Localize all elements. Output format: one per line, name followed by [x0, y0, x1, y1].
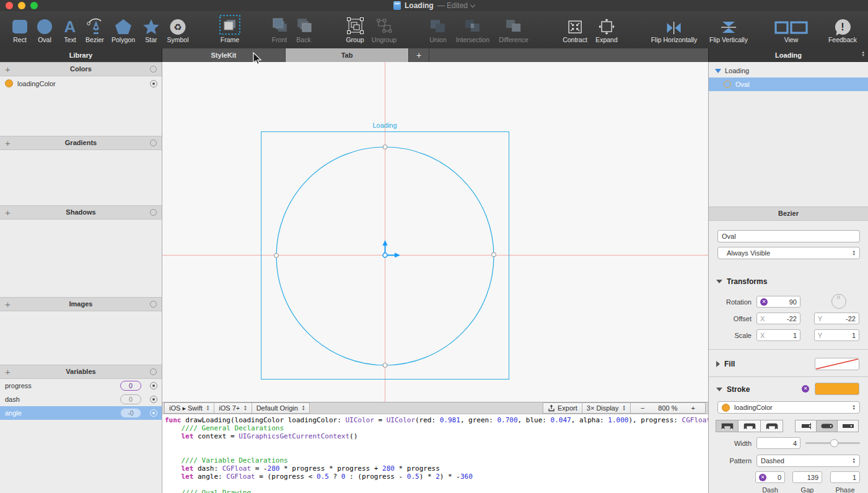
- join-miter-button[interactable]: [716, 420, 739, 432]
- variable-value-input[interactable]: 0: [120, 394, 141, 404]
- join-round-button[interactable]: [738, 420, 761, 432]
- toolbar-rect-button[interactable]: Rect: [11, 14, 28, 43]
- target-icon[interactable]: [150, 396, 157, 403]
- display-scale-select[interactable]: 3× Display: [582, 402, 631, 414]
- toolbar-polygon-button[interactable]: Polygon: [112, 14, 135, 43]
- offset-x-input[interactable]: X -22: [756, 313, 800, 324]
- stroke-width-input[interactable]: 4: [756, 437, 800, 449]
- stroke-color-well[interactable]: [815, 383, 859, 395]
- slider-knob[interactable]: [830, 439, 838, 447]
- x-prefix: X: [760, 315, 765, 322]
- toolbar-feedback-button[interactable]: !Feedback: [828, 14, 857, 43]
- zoom-in-button[interactable]: +: [686, 404, 701, 412]
- expression-badge-icon: ✕: [802, 385, 809, 393]
- round-join-icon: [742, 422, 758, 430]
- polygon-icon: [112, 14, 135, 35]
- bezier-section-header: Bezier: [709, 207, 868, 221]
- section-title: Shadows: [0, 208, 162, 216]
- target-icon[interactable]: [150, 382, 157, 389]
- origin-label: Default Origin: [256, 404, 298, 412]
- phase-label: Phase: [830, 486, 860, 493]
- gap-input[interactable]: 139: [792, 471, 822, 483]
- dash-label: Dash: [755, 486, 785, 493]
- toolbar-label: Symbol: [167, 36, 188, 43]
- variable-value-input[interactable]: -0: [120, 408, 141, 418]
- section-target-icon[interactable]: [150, 368, 157, 375]
- platform-select[interactable]: iOS 7+: [214, 402, 252, 414]
- toolbar-expand-button[interactable]: Expand: [595, 14, 618, 43]
- toolbar-frame-button[interactable]: Frame: [219, 14, 240, 43]
- tab-stylekit[interactable]: StyleKit: [162, 48, 286, 62]
- shape-name-input[interactable]: Oval: [717, 230, 860, 242]
- sort-stepper-icon[interactable]: [862, 51, 865, 57]
- toolbar-symbol-button[interactable]: ♻Symbol: [167, 14, 188, 43]
- offset-y-input[interactable]: Y -22: [814, 313, 859, 324]
- disclosure-triangle-icon[interactable]: [715, 69, 721, 73]
- toolbar-text-button[interactable]: AText: [64, 14, 76, 43]
- target-icon[interactable]: [150, 80, 157, 87]
- fill-title: Fill: [724, 360, 735, 368]
- variable-row-dash[interactable]: dash0: [0, 393, 162, 406]
- variable-value-input[interactable]: 0: [120, 381, 141, 391]
- variable-row-angle[interactable]: angle-0: [0, 406, 162, 420]
- section-target-icon[interactable]: [150, 301, 157, 308]
- export-button[interactable]: Export: [543, 402, 582, 414]
- zoom-control[interactable]: − 800 % +: [630, 402, 706, 414]
- stroke-section-toggle[interactable]: Stroke: [716, 385, 750, 394]
- toolbar-label: View: [774, 36, 808, 43]
- add-tab-button[interactable]: +: [409, 48, 429, 62]
- stroke-pattern-select[interactable]: Dashed: [756, 455, 860, 467]
- language-select[interactable]: iOS ▸ Swift: [164, 402, 214, 414]
- toolbar-flip-vertically-button[interactable]: Flip Vertically: [709, 14, 748, 43]
- oval-icon: [36, 14, 53, 35]
- color-item-loadingColor[interactable]: loadingColor: [0, 76, 162, 91]
- feedback-icon: !: [828, 14, 857, 35]
- rotation-input[interactable]: ✕ 90: [756, 296, 800, 308]
- toolbar: RectOvalATextBezierPolygonStar♻SymbolFra…: [0, 11, 868, 49]
- toolbar-oval-button[interactable]: Oval: [36, 14, 53, 43]
- section-target-icon[interactable]: [150, 66, 157, 73]
- zoom-out-button[interactable]: −: [635, 404, 650, 412]
- variable-row-progress[interactable]: progress0: [0, 379, 162, 393]
- origin-marker[interactable]: [383, 240, 401, 258]
- canvas[interactable]: Loading: [162, 62, 708, 402]
- stepper-icon: [622, 405, 625, 411]
- visibility-select[interactable]: Always Visible: [717, 247, 860, 259]
- transforms-section-toggle[interactable]: Transforms: [716, 277, 767, 286]
- section-target-icon[interactable]: [150, 140, 157, 146]
- shape-name-label[interactable]: Loading: [323, 122, 447, 129]
- code-line: //// Variable Declarations: [165, 456, 708, 464]
- join-bevel-button[interactable]: [760, 420, 783, 432]
- rotation-label: Rotation: [709, 298, 752, 306]
- visibility-value: Always Visible: [727, 249, 770, 257]
- code-view[interactable]: func drawLoading(loadingColor loadingCol…: [162, 414, 708, 493]
- cap-butt-button[interactable]: [795, 420, 817, 432]
- cap-round-button[interactable]: [816, 420, 838, 432]
- union-icon: [429, 14, 447, 35]
- toolbar-view-button[interactable]: View: [774, 14, 808, 43]
- dash-input[interactable]: ✕ 0: [755, 471, 785, 483]
- toolbar-label: Text: [64, 36, 76, 43]
- x-prefix: X: [760, 332, 765, 339]
- code-line: [165, 448, 708, 456]
- stroke-color-select[interactable]: loadingColor: [717, 401, 860, 414]
- scale-y-input[interactable]: Y 1: [814, 329, 859, 341]
- toolbar-flip-horizontally-button[interactable]: Flip Horizontally: [651, 14, 698, 43]
- layer-row-oval[interactable]: Oval: [709, 78, 868, 91]
- toolbar-star-button[interactable]: Star: [142, 14, 160, 43]
- fill-color-well[interactable]: [815, 358, 859, 370]
- toolbar-contract-button[interactable]: Contract: [563, 14, 587, 43]
- target-icon[interactable]: [150, 409, 157, 417]
- layer-row-loading[interactable]: Loading: [709, 64, 868, 78]
- section-target-icon[interactable]: [150, 209, 157, 216]
- cap-projecting-button[interactable]: [837, 420, 859, 432]
- tab-tab[interactable]: Tab: [286, 48, 409, 62]
- scale-x-input[interactable]: X 1: [756, 329, 800, 341]
- fill-section-toggle[interactable]: Fill: [716, 360, 735, 368]
- toolbar-bezier-button[interactable]: Bezier: [85, 14, 104, 43]
- origin-select[interactable]: Default Origin: [252, 402, 310, 414]
- phase-input[interactable]: 1: [830, 471, 860, 483]
- view-icon: [774, 14, 808, 35]
- edited-menu[interactable]: — Edited: [437, 1, 475, 10]
- toolbar-group-button[interactable]: Group: [346, 14, 364, 43]
